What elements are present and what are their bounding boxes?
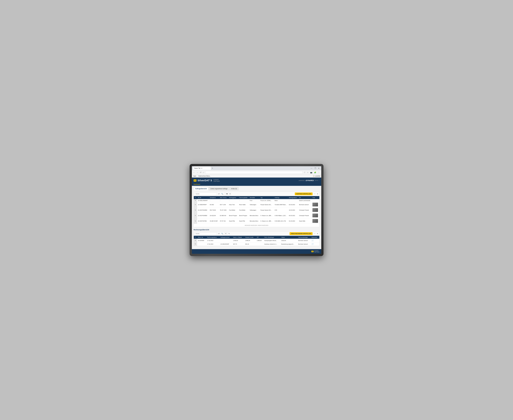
table-row[interactable]: ✎ 22-03CP/039BW 33-A22234 ES MB 434 Bern… xyxy=(194,213,319,218)
table-row[interactable]: ✎ 22-03BJ/045HP 55-AA3 DA-T 1234 Harry T… xyxy=(194,202,319,207)
table-row[interactable]: ✎ 22-03CP/042BW 555-TS434 TE-ST 2345 Fre… xyxy=(194,207,319,213)
logo-expert: EXPERTPARTNER xyxy=(213,179,220,182)
rechnung-th-op: OP xyxy=(256,236,264,239)
fahrzeughalter: - xyxy=(238,199,249,202)
logout-icon[interactable]: — xyxy=(318,180,319,181)
rechnung-filter-button[interactable]: ▼ xyxy=(225,232,227,235)
tab-close-button[interactable]: ✕ xyxy=(201,167,202,169)
row-edit-btn[interactable]: ✎ xyxy=(194,242,197,246)
typ: Passat Variant (3G... xyxy=(260,202,274,207)
table-row[interactable]: ✎ 22-03ST/037BA 33-AB 55 DDF ST-ST 321 D… xyxy=(194,218,319,224)
logo-box: SD xyxy=(194,179,196,181)
amtl-kennz: DA-T 1234 xyxy=(219,202,228,207)
auftraege-search-button[interactable]: 🔍 xyxy=(221,193,224,195)
sv: Bernhard Jantsch xyxy=(297,242,311,246)
rechnung-th-rech-nr: Rech.-Nr. xyxy=(197,236,206,239)
rech-nr xyxy=(197,242,206,246)
extensions-button[interactable]: 🧩 xyxy=(313,171,317,174)
hersteller: Volkswagen xyxy=(249,207,260,213)
screenshot-button[interactable]: 📷 xyxy=(310,171,313,174)
row-edit-btn[interactable]: ✎ xyxy=(194,199,197,202)
footer-logo: EP xyxy=(311,251,314,252)
leseliste-button[interactable]: 📋 Leseliste xyxy=(313,175,320,177)
auftraege-th-edit: ✏ xyxy=(194,196,197,199)
auftraege-search-input[interactable] xyxy=(195,193,217,195)
address-bar[interactable] xyxy=(205,171,303,174)
hersteller: Volkswagen xyxy=(249,202,260,207)
row-edit-btn[interactable]: ✎ xyxy=(194,207,197,213)
auftragsnummer xyxy=(219,239,232,242)
back-button[interactable]: ← xyxy=(193,171,195,174)
sv: Daniel Leschniowski xyxy=(298,199,312,202)
row-edit-btn[interactable]: ✎ xyxy=(194,202,197,207)
auftraege-th-schadennr: Schadennr. xyxy=(209,196,219,199)
neue-rechnung-erstellen-button[interactable]: NEUE RECHNUNG ERSTELLEN xyxy=(290,232,312,235)
auftraege-more-button[interactable]: ⋯ xyxy=(313,193,316,195)
au-nr: 22-03ST/037BA xyxy=(197,218,209,224)
hersteller: Ford xyxy=(249,199,260,202)
auftragsdatum: 10.03.2022 xyxy=(288,207,298,213)
auftraege-th-hersteller: Hersteller xyxy=(249,196,260,199)
bookmark-apps[interactable]: Apps xyxy=(193,175,197,177)
dokument[interactable]: 📄 xyxy=(311,239,319,242)
menu-button[interactable]: ⋮ xyxy=(317,171,320,174)
rechnung-more-button[interactable]: ⋯ xyxy=(313,232,316,235)
mehr-anzeigen-link[interactable]: MEHR ANZEIGEN xyxy=(258,225,268,226)
forward-button[interactable]: → xyxy=(196,171,199,174)
auftraggeber: Bernd Propper xyxy=(228,213,238,218)
untertyp: S 500 4Matic L (222... xyxy=(274,213,288,218)
rechnung-th-brutto: Gesamt, brutto xyxy=(244,236,256,239)
row-edit-btn[interactable]: ✎ xyxy=(194,218,197,224)
rechnung-th-edit: ✏ xyxy=(194,236,197,239)
foto-cell xyxy=(311,202,319,207)
settings-icon[interactable]: ⚙ xyxy=(317,180,318,181)
auftraggeber: Harry Test xyxy=(228,202,238,207)
au-nr: 22-03DL/046AHP xyxy=(197,199,209,202)
home-button[interactable]: ⌂ xyxy=(202,171,204,174)
hersteller: Mercedes-Benz xyxy=(249,218,260,224)
rechnung-refresh-button[interactable]: ↺ xyxy=(218,232,220,235)
rechnung-edit-filter-button[interactable]: ✎ xyxy=(228,232,230,235)
window-maximize-button[interactable]: ❐ xyxy=(314,167,317,170)
rechnung-th-netto: Netto m. Rabatt xyxy=(232,236,244,239)
dokument[interactable]: 📄 xyxy=(311,242,319,246)
share-button[interactable]: ⤴ xyxy=(304,171,306,174)
mail-icon[interactable]: ✉ xyxy=(315,180,316,181)
browser-tab-active[interactable]: Neuer Tab ✕ xyxy=(193,166,211,170)
rechnung-search-button[interactable]: 🔍 xyxy=(221,232,224,235)
auftraege-refresh-button[interactable]: ↺ xyxy=(218,193,220,195)
row-edit-btn[interactable]: ✎ xyxy=(194,239,197,242)
rechnung-th-auftragsnummer: Auftragsnummer xyxy=(219,236,232,239)
rechnung-table: ✏ Rech.-Nr. Rechnungsdatum Auftragsnumme… xyxy=(194,236,319,246)
auftrag-erstellen-button[interactable]: AUFTRAG ERSTELLEN xyxy=(295,193,312,195)
app-header: SD SilverDAT®3 EXPERTPARTNER powered by … xyxy=(192,178,321,183)
tab-zuletzt-angesehen[interactable]: Zuletzt angesehene Aufträge xyxy=(209,187,229,190)
window-close-button[interactable]: ✕ xyxy=(317,167,320,170)
tab-inbox[interactable]: In-Box (5) xyxy=(229,187,239,190)
auftraege-expand-button[interactable]: ▾ xyxy=(317,193,319,195)
weniger-anzeigen-link[interactable]: WENIGER ANZEIGEN xyxy=(245,225,257,226)
new-tab-button[interactable]: + xyxy=(211,167,214,170)
empfaenger: Autohaus Jantsch & J... xyxy=(264,242,280,246)
op xyxy=(256,242,264,246)
bookmark-datenschutz[interactable]: Datenschutz-Mana... xyxy=(198,175,211,177)
row-edit-btn[interactable]: ✎ xyxy=(194,213,197,218)
rechnung-th-rechnungsdatum: Rechnungsdatum xyxy=(206,236,219,239)
window-minimize-button[interactable]: — xyxy=(310,167,313,170)
bookmark-button[interactable]: ☆ xyxy=(306,171,309,174)
sv: Christoph Protzek xyxy=(298,207,312,213)
rechnung-th-dokument: Dokument xyxy=(311,236,319,239)
auftraggeber: Fred Müller xyxy=(228,207,238,213)
table-row[interactable]: ✎ 22-03DL/046AHP - - - - Ford Focus Lim.… xyxy=(194,199,319,202)
rechnung-search-input[interactable] xyxy=(195,232,217,235)
table-row[interactable]: ✎ 22-02/0060 17.02.2022 2.459,50 2.886,9… xyxy=(194,239,319,242)
rechnung-expand-button[interactable]: ▾ xyxy=(317,232,319,235)
table-row[interactable]: ✎ 17.02.2022 22-02BJ/029HP 507,70 604,16… xyxy=(194,242,319,246)
tab-auftragsübersicht[interactable]: Auftragsübersicht xyxy=(194,187,209,190)
auftraege-section: ↺ 🔍 Alle AUFTRAG ERSTELLEN ⋯ ▾ xyxy=(194,192,319,227)
auftraege-th-typ: Typ xyxy=(260,196,274,199)
auftraege-filter-dropdown[interactable]: Alle xyxy=(225,192,231,195)
au-nr: 22-03CP/042BW xyxy=(197,207,209,213)
status: Gebucht xyxy=(280,239,297,242)
reload-button[interactable]: ↺ xyxy=(199,171,202,174)
